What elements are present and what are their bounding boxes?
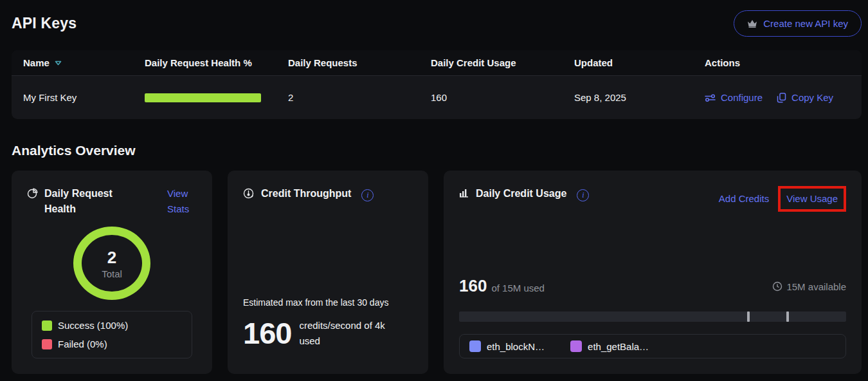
usage-legend: eth_blockN… eth_getBala… [459, 334, 846, 358]
donut-total-value: 2 [107, 248, 116, 268]
credits-used-suffix: of 15M used [491, 283, 545, 293]
health-card-header: Daily Request Health View Stats [27, 186, 197, 217]
throughput-spacer [243, 201, 413, 297]
throughput-value: 160 [243, 315, 291, 351]
health-bar [145, 93, 261, 102]
column-header-daily-credit-usage: Daily Credit Usage [431, 57, 574, 68]
actions-cell: Configure Copy Key [705, 92, 850, 103]
daily-credit-usage-card: Daily Credit Usage i Add Credits View Us… [444, 171, 862, 374]
updated-value: Sep 8, 2025 [574, 92, 705, 103]
daily-request-health-card: Daily Request Health View Stats 2 Total … [12, 171, 212, 374]
daily-requests-value: 2 [288, 92, 431, 103]
usage-card-title: Daily Credit Usage [476, 186, 566, 201]
throughput-unit: credits/second of 4k used [299, 318, 405, 349]
column-header-health: Daily Request Health % [145, 57, 288, 68]
page-title: API Keys [12, 15, 77, 32]
add-credits-link[interactable]: Add Credits [719, 191, 769, 207]
daily-credit-usage-value: 160 [431, 92, 574, 103]
eth-getbalance-swatch [570, 340, 582, 352]
create-api-key-label: Create new API key [763, 18, 848, 29]
throughput-card-header: Credit Throughput i [243, 186, 413, 201]
request-health-donut: 2 Total [73, 227, 150, 300]
donut-total-label: Total [102, 268, 122, 279]
usage-bar-marker [747, 311, 750, 322]
column-header-updated: Updated [574, 57, 705, 68]
health-cell [145, 93, 288, 102]
table-row: My First Key 2 160 Sep 8, 2025 Configure [12, 76, 862, 119]
analytics-title: Analytics Overview [12, 143, 862, 158]
top-bar: API Keys Create new API key [12, 9, 862, 37]
column-header-daily-requests: Daily Requests [288, 57, 431, 68]
usage-spacer [459, 212, 846, 276]
eth-blocknumber-swatch [469, 340, 481, 352]
crown-icon [747, 19, 757, 28]
copy-icon [777, 93, 786, 103]
pie-chart-icon [27, 188, 38, 199]
eth-getbalance-label: eth_getBala… [588, 341, 649, 352]
configure-label: Configure [721, 92, 763, 103]
credit-throughput-card: Credit Throughput i Estimated max from t… [228, 171, 428, 374]
failed-label: Failed (0%) [58, 339, 107, 349]
credits-available: 15M available [772, 281, 846, 292]
annotation-highlight-box: View Usage [778, 186, 846, 212]
copy-key-label: Copy Key [791, 92, 833, 103]
throughput-value-row: 160 credits/second of 4k used [243, 315, 413, 351]
analytics-cards: Daily Request Health View Stats 2 Total … [12, 171, 862, 374]
create-api-key-button[interactable]: Create new API key [734, 10, 862, 37]
column-header-name: Name [23, 57, 145, 68]
credit-usage-progress-bar [459, 311, 846, 322]
health-card-title: Daily Request Health [44, 186, 120, 217]
bar-chart-icon [459, 188, 469, 198]
sliders-icon [705, 93, 716, 102]
copy-key-button[interactable]: Copy Key [777, 92, 833, 103]
api-key-name: My First Key [23, 92, 145, 103]
eth-blocknumber-label: eth_blockN… [487, 341, 545, 352]
legend-item-failed: Failed (0%) [42, 339, 182, 349]
column-header-actions: Actions [705, 57, 850, 68]
view-usage-link[interactable]: View Usage [786, 191, 838, 207]
table-header-row: Name Daily Request Health % Daily Reques… [12, 50, 862, 76]
sort-descending-icon[interactable] [55, 60, 62, 66]
gauge-icon [243, 188, 255, 200]
success-label: Success (100%) [58, 320, 128, 331]
success-swatch [42, 321, 52, 331]
throughput-card-title: Credit Throughput [261, 186, 351, 201]
health-legend: Success (100%) Failed (0%) [32, 311, 192, 358]
failed-swatch [42, 339, 52, 349]
history-clock-icon [772, 281, 782, 292]
usage-card-header: Daily Credit Usage i Add Credits View Us… [459, 186, 846, 212]
view-stats-link[interactable]: View Stats [167, 186, 197, 217]
health-bar-fill [145, 93, 261, 102]
configure-button[interactable]: Configure [705, 92, 763, 103]
usage-card-links: Add Credits View Usage [719, 186, 846, 212]
api-keys-table: Name Daily Request Health % Daily Reques… [12, 50, 862, 119]
usage-summary-row: 160 of 15M used 15M available [459, 276, 846, 296]
info-icon[interactable]: i [577, 189, 589, 201]
legend-item-success: Success (100%) [42, 320, 182, 331]
legend-item-eth-getbalance: eth_getBala… [570, 340, 649, 352]
legend-item-eth-blocknumber: eth_blockN… [469, 340, 545, 352]
credits-used-value: 160 [459, 276, 487, 296]
credits-available-label: 15M available [786, 281, 846, 292]
info-icon[interactable]: i [361, 189, 374, 201]
dashboard-page: API Keys Create new API key Name Daily R… [0, 9, 868, 374]
throughput-subtitle: Estimated max from the last 30 days [243, 297, 413, 308]
usage-bar-marker [786, 311, 789, 322]
